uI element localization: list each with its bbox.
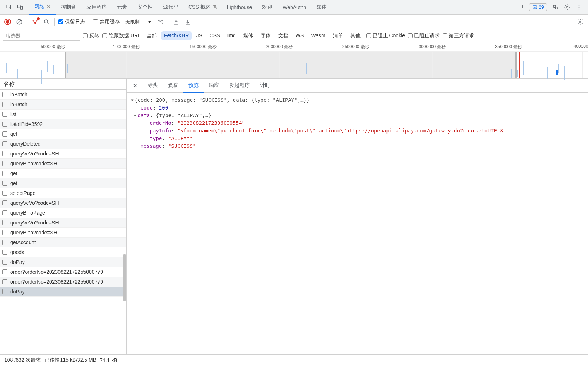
timeline-tick: 1000000 毫秒 <box>113 44 140 50</box>
throttling-select[interactable]: 无限制 ▾ <box>124 18 153 26</box>
detail-tab[interactable]: 预览 <box>183 79 204 93</box>
more-menu-icon[interactable] <box>576 4 582 11</box>
devtools-tab[interactable]: CSS 概述⚗ <box>183 0 222 14</box>
filter-toggle-icon[interactable] <box>31 18 39 26</box>
request-row[interactable]: inBatch <box>0 90 126 100</box>
preview-body[interactable]: {code: 200, message: "SUCCESS", data: {t… <box>127 93 588 354</box>
devtools-tab[interactable]: 控制台 <box>56 0 81 14</box>
type-filter[interactable]: WS <box>293 31 307 40</box>
request-name: get <box>10 170 17 176</box>
request-row[interactable]: queryBlno?code=SH <box>0 159 126 169</box>
request-row[interactable]: order?orderNo=20230822172255000779 <box>0 277 126 287</box>
network-settings-gear-icon[interactable] <box>576 18 584 26</box>
type-filter[interactable]: Wasm <box>308 31 328 40</box>
request-row[interactable]: order?orderNo=20230822172255000779 <box>0 267 126 277</box>
type-filter[interactable]: JS <box>193 31 205 40</box>
blocked-cookies-checkbox[interactable]: 已阻止 Cookie <box>366 32 405 39</box>
issues-badge[interactable]: 29 <box>529 3 547 11</box>
devtools-tab[interactable]: 媒体 <box>311 0 332 14</box>
request-row[interactable]: queryBlno?code=SH <box>0 228 126 238</box>
type-filter[interactable]: 全部 <box>144 31 160 40</box>
filter-input[interactable] <box>3 31 80 41</box>
request-name: get <box>10 131 17 137</box>
request-name: getAccount <box>10 239 36 245</box>
disable-cache-checkbox[interactable]: 禁用缓存 <box>93 19 120 25</box>
invert-checkbox[interactable]: 反转 <box>83 32 100 39</box>
close-tab-icon[interactable]: ✕ <box>47 4 51 9</box>
request-row[interactable]: queryDeleted <box>0 139 126 149</box>
settings-gear-icon[interactable] <box>564 4 571 11</box>
export-har-icon[interactable] <box>172 18 180 26</box>
issues-count: 29 <box>539 4 544 10</box>
request-name: inBatch <box>10 92 27 97</box>
document-icon <box>2 260 7 265</box>
detail-tab[interactable]: 负载 <box>163 79 183 93</box>
request-row[interactable]: doPay <box>0 287 126 297</box>
search-icon[interactable] <box>43 18 51 26</box>
devtools-tab[interactable]: WebAuthn <box>277 1 311 14</box>
network-conditions-icon[interactable] <box>156 18 164 26</box>
type-filter[interactable]: 清单 <box>330 31 346 40</box>
preserve-log-checkbox[interactable]: 保留日志 <box>58 19 85 25</box>
hide-data-urls-checkbox[interactable]: 隐藏数据 URL <box>102 32 141 39</box>
request-name: queryBlno?code=SH <box>10 230 57 235</box>
document-icon <box>2 200 7 205</box>
request-row[interactable]: inBatch <box>0 100 126 110</box>
tree-toggle-icon[interactable] <box>131 100 134 101</box>
scrollbar-thumb[interactable] <box>123 254 126 301</box>
type-filter[interactable]: 其他 <box>347 31 363 40</box>
status-bar: 108 /632 次请求 已传输115 kB/32.5 MB 71.1 kB <box>0 355 588 365</box>
timeline-overview[interactable]: 500000 毫秒1000000 毫秒1500000 毫秒2000000 毫秒2… <box>0 42 588 79</box>
record-button[interactable] <box>4 18 12 26</box>
document-icon <box>2 171 7 176</box>
layers-icon[interactable] <box>552 4 559 11</box>
devtools-tab[interactable]: 应用程序 <box>81 0 112 14</box>
detail-tab[interactable]: 计时 <box>255 79 275 93</box>
device-toolbar-icon[interactable] <box>17 4 23 11</box>
type-filter[interactable]: Fetch/XHR <box>161 31 192 40</box>
request-name: list <box>10 111 16 117</box>
devtools-tab[interactable]: 欢迎 <box>257 0 277 14</box>
type-filter[interactable]: Img <box>225 31 239 40</box>
request-list-header[interactable]: 名称 <box>0 79 126 90</box>
request-row[interactable]: list <box>0 110 126 119</box>
detail-tab[interactable]: 标头 <box>143 79 163 93</box>
type-filter[interactable]: 媒体 <box>240 31 256 40</box>
devtools-tab[interactable]: 安全性 <box>132 0 158 14</box>
import-har-icon[interactable] <box>184 18 192 26</box>
type-filter[interactable]: 文档 <box>275 31 291 40</box>
request-row[interactable]: goods <box>0 247 126 257</box>
request-row[interactable]: get <box>0 169 126 178</box>
blocked-requests-checkbox[interactable]: 已阻止请求 <box>408 32 440 39</box>
svg-point-8 <box>555 7 557 9</box>
type-filter[interactable]: 字体 <box>258 31 274 40</box>
devtools-tab[interactable]: 元素 <box>112 0 132 14</box>
request-name: listall?id=3592 <box>10 121 43 127</box>
request-row[interactable]: queryBlnoPage <box>0 208 126 218</box>
svg-point-17 <box>44 20 48 23</box>
request-row[interactable]: queryVeVo?code=SH <box>0 198 126 208</box>
request-row[interactable]: get <box>0 178 126 188</box>
request-row[interactable]: doPay <box>0 257 126 267</box>
request-row[interactable]: queryVeVo?code=SH <box>0 149 126 159</box>
third-party-checkbox[interactable]: 第三方请求 <box>443 32 474 39</box>
close-detail-icon[interactable]: ✕ <box>130 81 140 91</box>
request-row[interactable]: get <box>0 129 126 139</box>
timeline-tick: 3000000 毫秒 <box>419 44 446 50</box>
detail-tab[interactable]: 响应 <box>204 79 224 93</box>
request-name: doPay <box>10 289 25 295</box>
request-row[interactable]: getAccount <box>0 238 126 247</box>
inspect-element-icon[interactable] <box>6 4 12 11</box>
request-row[interactable]: queryVeVo?code=SH <box>0 218 126 228</box>
detail-tab[interactable]: 发起程序 <box>224 79 255 93</box>
devtools-tab[interactable]: 源代码 <box>158 0 183 14</box>
tree-toggle-icon[interactable] <box>134 115 137 117</box>
request-row[interactable]: listall?id=3592 <box>0 119 126 129</box>
devtools-tab[interactable]: Lighthouse <box>222 1 257 14</box>
new-tab-button[interactable]: + <box>516 2 529 12</box>
document-icon <box>2 122 7 127</box>
clear-button[interactable] <box>15 18 23 26</box>
devtools-tab[interactable]: 网络✕ <box>29 0 56 15</box>
type-filter[interactable]: CSS <box>207 31 223 40</box>
request-row[interactable]: selectPage <box>0 188 126 198</box>
